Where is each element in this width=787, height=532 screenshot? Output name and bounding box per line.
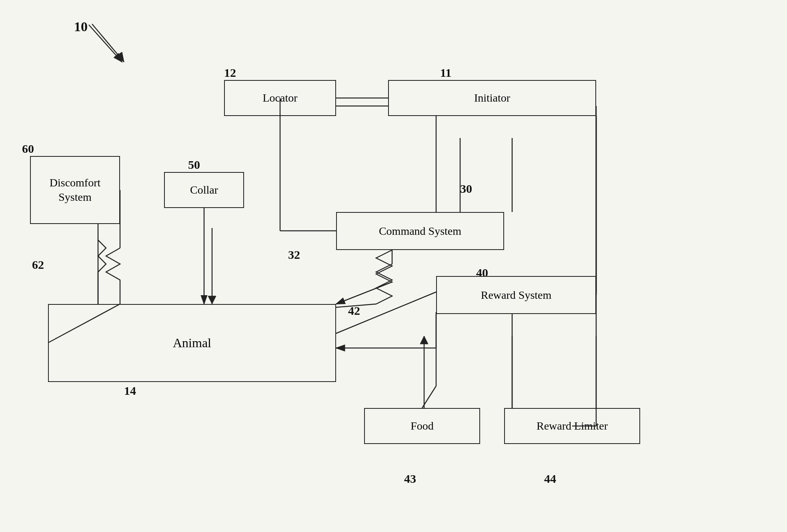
command-box: Command System [336,212,504,250]
label-10: 10 [74,19,88,34]
svg-marker-16 [420,336,428,344]
food-box: Food [364,408,480,444]
initiator-box: Initiator [388,80,596,116]
svg-marker-8 [208,296,216,304]
label-60: 60 [22,142,34,156]
label-30: 30 [460,182,472,196]
label-32: 32 [288,248,300,262]
collar-box: Collar [164,172,244,208]
label-11: 11 [440,66,451,80]
locator-box: Locator [224,80,336,116]
label-62: 62 [32,258,44,272]
discomfort-box: Discomfort System [30,156,120,224]
label-14: 14 [124,384,136,398]
reward-limiter-box: Reward Limiter [504,408,640,444]
label-44: 44 [544,472,556,486]
label-43: 43 [404,472,416,486]
diagram-container: 10 12 11 60 62 50 32 30 42 14 40 43 44 L… [0,0,787,532]
svg-line-10 [320,292,436,340]
reward-box: Reward System [436,276,596,314]
label-50: 50 [188,158,200,172]
label-42: 42 [348,304,360,318]
label-12: 12 [224,66,236,80]
animal-box: Animal [48,304,336,382]
